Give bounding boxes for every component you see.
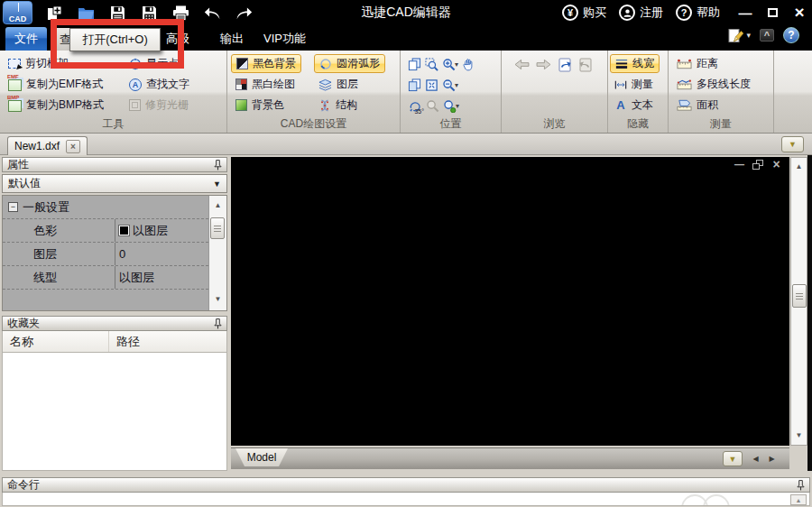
copy-emf-button[interactable]: EMF复制为EMF格式 [4, 75, 108, 94]
lineweight-button[interactable]: 线宽 [610, 54, 660, 73]
property-value[interactable]: 以图层 [115, 266, 208, 289]
menu-tab-output[interactable]: 输出 [211, 27, 253, 51]
scrollbar-thumb[interactable] [792, 284, 807, 308]
undo-button[interactable] [200, 2, 224, 23]
close-button[interactable]: × [789, 3, 810, 23]
smooth-arc-button[interactable]: 圆滑弧形 [314, 54, 385, 73]
yen-icon: ¥ [562, 5, 578, 21]
paste-view-button[interactable] [408, 78, 421, 92]
copy-view-button[interactable] [408, 58, 421, 71]
bmp-badge: BMP [7, 95, 19, 100]
collapse-icon[interactable]: − [8, 202, 18, 212]
edit-annotate-button[interactable]: ▾ [727, 28, 751, 43]
text-toggle-button[interactable]: A文本 [610, 96, 660, 115]
scroll-left-icon[interactable]: ◀ [749, 451, 762, 466]
pin-icon[interactable] [214, 160, 222, 171]
properties-scrollbar[interactable]: ▲ ▼ [208, 196, 226, 310]
pin-icon[interactable] [214, 318, 222, 329]
minimize-button[interactable]: — [734, 3, 756, 23]
zoom-previous-button[interactable] [426, 99, 439, 113]
command-panel-header: 命令行 [2, 477, 810, 493]
register-button[interactable]: 注册 [619, 5, 663, 21]
property-row-layer: 图层 0 [3, 243, 208, 266]
pin-icon[interactable] [797, 480, 805, 491]
property-value[interactable]: 以图层 [115, 219, 208, 242]
zoom-in-button[interactable]: ▾ [442, 58, 458, 71]
collapse-ribbon-button[interactable]: ^ [760, 29, 774, 41]
black-background-button[interactable]: 黑色背景 [231, 54, 301, 73]
document-tab[interactable]: New1.dxf × [7, 136, 88, 155]
group-label-position: 位置 [401, 116, 501, 132]
ribbon-group-position: ▾ ▾ 35° ▾ 位置 [401, 51, 502, 133]
rotate-35-button[interactable]: 35° [408, 99, 422, 113]
scroll-down-icon[interactable]: ▼ [791, 431, 807, 439]
menu-help-button[interactable]: ? [783, 27, 799, 43]
browse-forward-button[interactable] [536, 59, 551, 70]
buy-button[interactable]: ¥购买 [562, 5, 606, 21]
lineweight-icon [615, 58, 628, 69]
help-label: 帮助 [697, 5, 720, 21]
polyline-length-label: 多段线长度 [697, 77, 751, 92]
copy-emf-label: 复制为EMF格式 [26, 77, 103, 92]
bw-drawing-button[interactable]: 黑白绘图 [231, 75, 301, 94]
command-input-area[interactable]: ▲ [2, 493, 810, 506]
structure-button[interactable]: 结构 [314, 96, 385, 115]
zoom-extents-button[interactable] [425, 78, 438, 92]
ribbon-group-measure: 距离 多段线长度 面积 测量 [669, 51, 774, 133]
layers-button[interactable]: 图层 [314, 75, 385, 94]
zoom-scale-button[interactable]: ▾ [443, 99, 459, 113]
copy-bmp-button[interactable]: BMP复制为BMP格式 [4, 96, 108, 115]
canvas-restore-button[interactable] [752, 160, 763, 170]
tabstrip-overflow-button[interactable]: ▼ [781, 136, 804, 152]
pan-button[interactable] [462, 58, 475, 71]
page-undo-button[interactable] [558, 58, 572, 72]
scrollbar-thumb[interactable] [210, 217, 225, 239]
black-background-label: 黑色背景 [253, 56, 296, 71]
find-text-button[interactable]: A查找文字 [125, 75, 194, 94]
group-label-browse: 浏览 [502, 116, 607, 132]
column-header-path[interactable]: 路径 [109, 331, 140, 352]
measure-toggle-button[interactable]: 测量 [610, 75, 660, 94]
drawing-canvas[interactable]: — × [231, 157, 789, 446]
scroll-up-icon[interactable]: ▲ [209, 201, 226, 209]
menu-tab-vip[interactable]: VIP功能 [254, 27, 315, 51]
command-scroll-up-button[interactable]: ▲ [790, 494, 807, 505]
favorites-list[interactable] [2, 353, 227, 471]
page-redo-button[interactable] [578, 58, 593, 72]
scroll-right-icon[interactable]: ▶ [765, 451, 779, 466]
help-button[interactable]: ?帮助 [676, 5, 720, 21]
polyline-length-button[interactable]: 多段线长度 [672, 75, 755, 94]
column-header-name[interactable]: 名称 [3, 331, 109, 352]
property-value[interactable]: 0 [115, 243, 208, 265]
model-tab[interactable]: Model [235, 448, 288, 466]
background-color-button[interactable]: 背景色 [231, 96, 301, 115]
zoom-out-button[interactable]: ▾ [442, 78, 458, 92]
favorites-panel: 收藏夹 名称 路径 [2, 316, 227, 471]
trim-raster-button[interactable]: 修剪光栅 [125, 96, 194, 115]
layout-overflow-button[interactable]: ▼ [723, 451, 743, 466]
ribbon-group-browse: 浏览 [502, 51, 608, 133]
trim-raster-label: 修剪光栅 [145, 97, 189, 113]
app-logo-icon: CAD [3, 1, 32, 24]
background-color-label: 背景色 [252, 97, 284, 113]
buy-label: 购买 [583, 5, 606, 21]
properties-preset-combobox[interactable]: 默认值 ▼ [2, 174, 227, 193]
maximize-button[interactable] [761, 3, 783, 23]
property-group-row[interactable]: −一般设置 [3, 196, 208, 219]
scroll-up-icon[interactable]: ▲ [791, 162, 807, 171]
distance-button[interactable]: 距离 [672, 54, 755, 73]
document-tab-close-button[interactable]: × [66, 140, 80, 153]
menu-tab-file[interactable]: 文件 [5, 27, 47, 51]
canvas-vertical-scrollbar[interactable]: ▲ ▼ [790, 157, 807, 446]
zoom-window-button[interactable] [425, 58, 438, 71]
letter-a-glyph: A [133, 80, 139, 89]
canvas-minimize-button[interactable]: — [734, 159, 745, 170]
browse-back-button[interactable] [514, 59, 530, 70]
emf-badge: EMF [7, 74, 19, 79]
scroll-down-icon[interactable]: ▼ [209, 295, 226, 303]
annotation-red-rectangle [51, 19, 184, 69]
ribbon-group-cad-settings: 黑色背景 黑白绘图 背景色 圆滑弧形 图层 结构 CAD绘图设置 [227, 51, 401, 133]
property-name: 线型 [3, 270, 115, 286]
area-button[interactable]: 面积 [672, 96, 755, 115]
canvas-close-button[interactable]: × [770, 159, 782, 170]
